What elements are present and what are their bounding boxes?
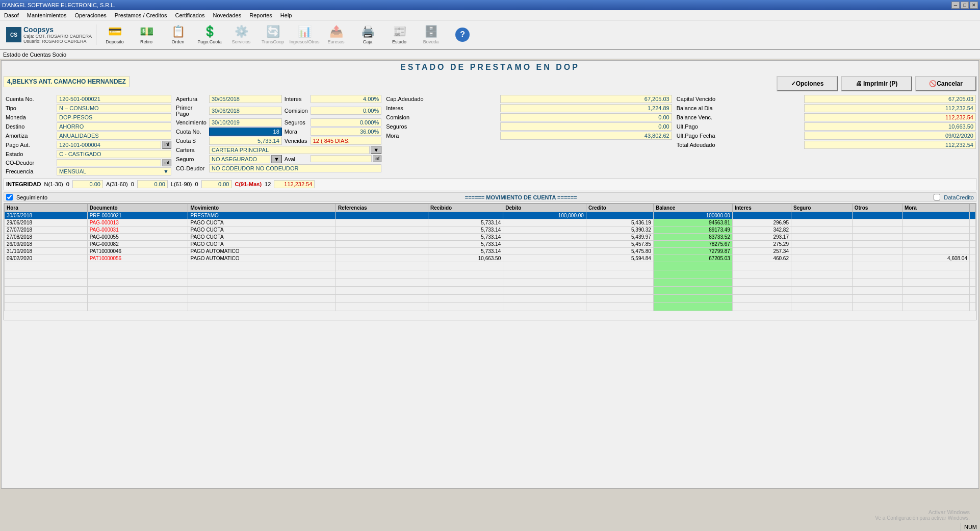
vencimiento-label: Vencimiento: [174, 118, 209, 127]
ingresos-otros-button[interactable]: 📊 Ingresos/Otros: [289, 21, 320, 48]
table-cell: 5,733.14: [428, 226, 503, 234]
cartera-dropdown[interactable]: ▼: [371, 146, 381, 154]
menu-bar: Dasof Mantenimientos Operaciones Prestam…: [0, 10, 980, 20]
menu-prestamos[interactable]: Prestamos / Creditos: [111, 10, 171, 20]
orden-button[interactable]: 📋 Orden: [163, 21, 193, 48]
table-row[interactable]: 31/10/2018PAT10000046PAGO AUTOMATICO5,73…: [5, 248, 976, 255]
seguimiento-checkbox[interactable]: [6, 194, 13, 200]
movement-title: ====== MOVIMIENTO DE CUENTA ======: [108, 194, 934, 200]
menu-dasof[interactable]: Dasof: [0, 10, 23, 20]
table-cell: 67205.03: [653, 255, 732, 262]
menu-operaciones[interactable]: Operaciones: [70, 10, 110, 20]
table-cell: [336, 255, 428, 262]
n-value: 0: [66, 181, 69, 187]
balance-venc-label: Balance Venc.: [673, 113, 804, 122]
cancelar-button[interactable]: 🚫Cancelar: [915, 76, 976, 91]
co-deudor-inf-button[interactable]: inf: [162, 159, 171, 166]
th-interes: Interes: [732, 204, 791, 212]
table-cell: [852, 248, 902, 255]
table-cell: [336, 248, 428, 255]
opciones-button[interactable]: ✓Opciones: [777, 76, 838, 91]
vencimiento-value: 30/10/2019: [209, 118, 282, 127]
menu-help[interactable]: Help: [276, 10, 296, 20]
table-cell: [791, 255, 853, 262]
menu-novedades[interactable]: Novedades: [209, 10, 246, 20]
boveda-button[interactable]: 🗄️ Boveda: [416, 21, 446, 48]
transcoop-button[interactable]: 🔄 TransCoop: [257, 21, 288, 48]
comision-label: Comision: [282, 104, 310, 118]
l-amount: 0.00: [201, 180, 232, 188]
capital-vencido-label: Capital Vencido: [673, 94, 804, 104]
menu-reportes[interactable]: Reportes: [245, 10, 276, 20]
transcoop-label: TransCoop: [262, 39, 284, 44]
tipo-label: Tipo: [4, 104, 56, 113]
pago-aut-inf-button[interactable]: inf: [162, 141, 171, 149]
table-cell: PAG-000031: [87, 226, 188, 234]
table-row[interactable]: 29/06/2018PAG-000013PAGO CUOTA5,733.145,…: [5, 219, 976, 226]
balance-venc-value: 112,232.54: [804, 113, 976, 121]
table-cell: PAT10000056: [87, 255, 188, 262]
menu-certificados[interactable]: Certificados: [171, 10, 209, 20]
table-row-empty: [5, 279, 976, 287]
table-row[interactable]: 30/05/2018PRE-0000021PRESTAMO100,000.001…: [5, 212, 976, 219]
imprimir-button[interactable]: 🖨 Imprimir (P): [841, 76, 912, 91]
pago-cuota-button[interactable]: 💲 Pago.Cuota: [194, 21, 225, 48]
menu-mantenimientos[interactable]: Mantenimientos: [23, 10, 71, 20]
estado-icon: 📰: [393, 25, 406, 38]
n-amount: 0.00: [72, 180, 103, 188]
seguros-label: Seguros: [282, 118, 310, 127]
minimize-button[interactable]: ─: [951, 2, 960, 9]
th-recibido: Recibido: [428, 204, 503, 212]
movement-table-container[interactable]: Hora Documento Movimiento Referencias Re…: [4, 203, 976, 320]
table-row[interactable]: 27/08/2018PAG-000055PAGO CUOTA5,733.145,…: [5, 234, 976, 241]
retiro-button[interactable]: 💵 Retiro: [131, 21, 162, 48]
ingresos-otros-icon: 📊: [298, 25, 312, 38]
seguimiento-row: Seguimiento ====== MOVIMIENTO DE CUENTA …: [4, 192, 976, 202]
aval-inf-button[interactable]: inf: [373, 155, 382, 162]
table-row[interactable]: 09/02/2020PAT10000056PAGO AUTOMATICO10,6…: [5, 255, 976, 262]
primer-pago-label: Primer Pago: [174, 104, 209, 118]
table-row[interactable]: 26/09/2018PAG-000082PAGO CUOTA5,733.145,…: [5, 241, 976, 248]
form-title: ESTADO DE PRESTAMO EN DOP: [4, 63, 976, 72]
help-button[interactable]: ?: [447, 21, 478, 48]
moneda-label: Moneda: [4, 113, 56, 122]
table-row-empty: [5, 287, 976, 295]
th-documento: Documento: [87, 204, 188, 212]
ult-pago-fecha-label: Ult.Pago Fecha: [673, 131, 804, 140]
table-cell: PAGO CUOTA: [188, 219, 336, 226]
seguro-dropdown[interactable]: ▼: [271, 155, 282, 163]
earesos-button[interactable]: 📤 Earesos: [321, 21, 351, 48]
orden-label: Orden: [172, 39, 185, 44]
app-logo-icon: CS: [6, 27, 21, 42]
estado-label: Estado: [4, 149, 56, 159]
interes-sum-label: Interes: [384, 104, 499, 113]
table-cell: [852, 226, 902, 234]
caja-button[interactable]: 🖨️ Caja: [352, 21, 383, 48]
table-cell: [791, 248, 853, 255]
table-row[interactable]: 27/07/2018PAG-000031PAGO CUOTA5,733.145,…: [5, 226, 976, 234]
primer-pago-value: 30/06/2018: [209, 107, 282, 115]
boveda-icon: 🗄️: [424, 25, 438, 38]
close-button[interactable]: ✕: [970, 2, 978, 9]
num-badge: NUM: [961, 523, 980, 531]
servicios-button[interactable]: ⚙️ Servicios: [226, 21, 256, 48]
help-icon: ?: [455, 28, 470, 42]
destino-label: Destino: [4, 122, 56, 131]
apertura-value: 30/05/2018: [209, 95, 282, 103]
table-cell: [336, 241, 428, 248]
cap-adeudado-label: Cap.Adeudado: [384, 94, 499, 104]
table-cell: [503, 234, 586, 241]
pago-aut-value: 120-101-000004: [57, 141, 161, 149]
vencidas-label: Vencidas: [282, 136, 310, 145]
table-cell: 5,439.97: [586, 234, 653, 241]
restore-button[interactable]: □: [961, 2, 969, 9]
table-row-empty: [5, 295, 976, 303]
th-balance: Balance: [653, 204, 732, 212]
table-cell: [428, 212, 503, 219]
left-form-table: Cuenta No. 120-501-000021 Tipo N – CONSU…: [4, 94, 172, 176]
deposito-button[interactable]: 💳 Deposito: [99, 21, 130, 48]
datacredito-checkbox[interactable]: [934, 194, 940, 200]
estado-button[interactable]: 📰 Estado: [384, 21, 415, 48]
seguros-sum-value: 0.00: [500, 122, 672, 131]
ingresos-otros-label: Ingresos/Otros: [290, 39, 320, 44]
